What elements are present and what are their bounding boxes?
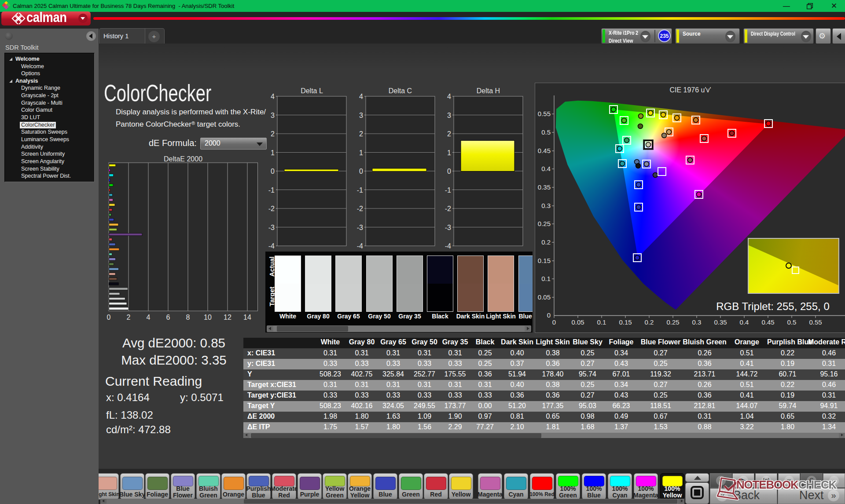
svg-text:Delta H: Delta H [477, 87, 500, 95]
svg-text:3: 3 [271, 112, 275, 119]
svg-text:-2: -2 [445, 205, 451, 212]
svg-text:1: 1 [447, 149, 451, 157]
svg-text:0: 0 [107, 314, 111, 321]
svg-text:0: 0 [359, 168, 363, 175]
svg-text:12: 12 [224, 314, 231, 321]
svg-text:Delta L: Delta L [301, 87, 323, 95]
svg-text:0: 0 [447, 168, 451, 175]
svg-text:10: 10 [204, 314, 212, 321]
svg-text:0: 0 [271, 168, 275, 175]
svg-text:4: 4 [359, 93, 363, 100]
svg-text:2: 2 [359, 130, 363, 138]
svg-text:1: 1 [271, 149, 275, 157]
svg-text:14: 14 [243, 314, 251, 321]
svg-text:DeltaE 2000: DeltaE 2000 [164, 155, 202, 163]
svg-text:2: 2 [271, 130, 275, 138]
svg-text:-3: -3 [268, 224, 275, 231]
svg-text:Delta C: Delta C [389, 87, 412, 95]
svg-text:6: 6 [166, 314, 170, 321]
svg-text:4: 4 [271, 93, 275, 100]
svg-text:-2: -2 [357, 205, 363, 212]
svg-text:-1: -1 [445, 186, 451, 194]
svg-text:-4: -4 [268, 242, 275, 250]
svg-text:-4: -4 [357, 242, 363, 250]
svg-text:4: 4 [447, 93, 451, 100]
svg-text:2: 2 [447, 130, 451, 138]
svg-text:-1: -1 [357, 186, 363, 194]
svg-text:-3: -3 [445, 224, 451, 231]
svg-text:3: 3 [359, 112, 363, 119]
svg-text:4: 4 [147, 314, 151, 321]
svg-text:3: 3 [447, 112, 451, 119]
svg-text:-1: -1 [268, 186, 275, 194]
svg-text:1: 1 [359, 149, 363, 157]
svg-text:-3: -3 [357, 224, 363, 231]
svg-text:2: 2 [127, 314, 131, 321]
svg-text:8: 8 [186, 314, 190, 321]
svg-text:-4: -4 [445, 242, 451, 250]
svg-text:-2: -2 [268, 205, 275, 212]
